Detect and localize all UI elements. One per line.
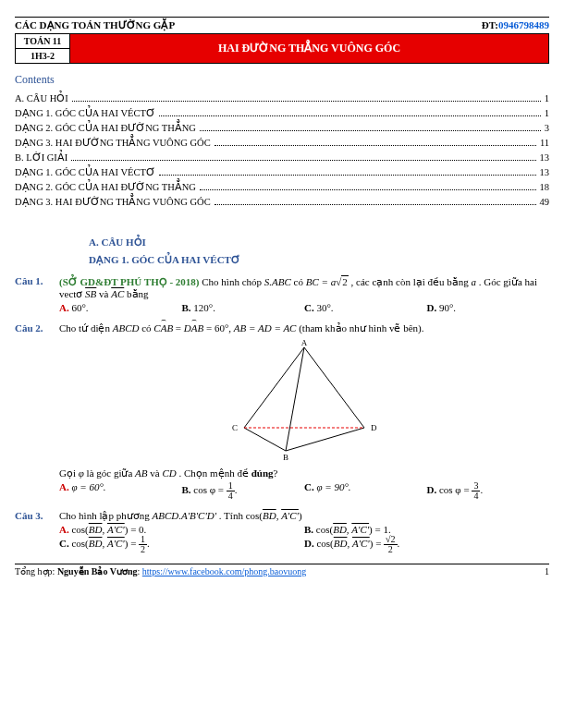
toc-row: DẠNG 2. GÓC CỦA HAI ĐƯỜNG THẲNG3 <box>15 120 549 135</box>
toc-row: DẠNG 3. HAI ĐƯỜNG THẲNG VUÔNG GÓC49 <box>15 194 549 209</box>
toc-row: DẠNG 3. HAI ĐƯỜNG THẲNG VUÔNG GÓC11 <box>15 135 549 150</box>
toc-row: DẠNG 1. GÓC CỦA HAI VÉCTƠ13 <box>15 164 549 179</box>
option-a: A. 60°. <box>59 302 182 313</box>
header-left: CÁC DẠNG TOÁN THƯỜNG GẶP <box>15 19 175 31</box>
svg-line-4 <box>286 428 364 451</box>
band-code: 1H3-2 <box>16 49 69 63</box>
toc: A. CÂU HỎI1DẠNG 1. GÓC CỦA HAI VÉCTƠ1DẠN… <box>15 91 549 209</box>
question-1: Câu 1. (SỞ GD&ĐT PHÚ THỌ - 2018) Cho hìn… <box>15 275 549 313</box>
question-number: Câu 2. <box>15 322 59 501</box>
question-number: Câu 1. <box>15 275 59 313</box>
toc-row: B. LỜI GIẢI13 <box>15 150 549 164</box>
question-3-options: A. cos(BD, A'C') = 0. B. cos(BD, A'C') =… <box>59 524 549 554</box>
question-2: Câu 2. Cho tứ diện ABCD có CAB = DAB = 6… <box>15 322 549 501</box>
section-a: A. CÂU HỎI <box>89 237 549 249</box>
option-b: B. cos(BD, A'C') = 1. <box>304 524 549 535</box>
question-1-options: A. 60°. B. 120°. C. 30°. D. 90°. <box>59 302 549 313</box>
option-c: C. φ = 90°. <box>304 481 427 501</box>
footer-link[interactable]: https://www.facebook.com/phong.baovuong <box>142 566 306 576</box>
band-subject: TOÁN 11 <box>16 34 69 49</box>
option-a: A. φ = 60°. <box>59 481 182 501</box>
title-band: TOÁN 11 1H3-2 HAI ĐƯỜNG THẲNG VUÔNG GÓC <box>15 33 549 64</box>
svg-text:C: C <box>232 423 238 432</box>
question-number: Câu 3. <box>15 510 59 554</box>
band-title: HAI ĐƯỜNG THẲNG VUÔNG GÓC <box>70 36 548 61</box>
option-c: C. 30°. <box>304 302 427 313</box>
toc-row: A. CÂU HỎI1 <box>15 91 549 105</box>
option-b: B. 120°. <box>182 302 305 313</box>
contents-heading: Contents <box>15 73 549 87</box>
tetrahedron-figure: A C D B <box>59 340 549 462</box>
question-3: Câu 3. Cho hình lập phương ABCD.A'B'C'D'… <box>15 510 549 554</box>
svg-line-3 <box>244 428 286 451</box>
svg-line-1 <box>304 347 364 428</box>
option-d: D. cos φ = 34. <box>427 481 550 501</box>
svg-text:B: B <box>283 453 288 460</box>
option-a: A. cos(BD, A'C') = 0. <box>59 524 304 535</box>
toc-row: DẠNG 2. GÓC CỦA HAI ĐƯỜNG THẲNG18 <box>15 179 549 194</box>
option-c: C. cos(BD, A'C') = 12. <box>59 535 304 554</box>
svg-line-2 <box>286 347 304 451</box>
toc-row: DẠNG 1. GÓC CỦA HAI VÉCTƠ1 <box>15 105 549 120</box>
footer: Tổng hợp: Nguyễn Bảo Vương: https://www.… <box>15 564 549 576</box>
section-d1: DẠNG 1. GÓC CỦA HAI VÉCTƠ <box>89 254 549 266</box>
header-phone: ĐT:0946798489 <box>482 19 549 31</box>
svg-text:A: A <box>301 340 308 347</box>
svg-line-0 <box>244 347 304 428</box>
option-b: B. cos φ = 14. <box>182 481 305 501</box>
page-number: 1 <box>545 566 549 576</box>
svg-text:D: D <box>371 423 377 432</box>
question-2-options: A. φ = 60°. B. cos φ = 14. C. φ = 90°. D… <box>59 481 549 501</box>
question-source: (SỞ GD&ĐT PHÚ THỌ - 2018) <box>59 276 200 287</box>
option-d: D. 90°. <box>427 302 550 313</box>
header: CÁC DẠNG TOÁN THƯỜNG GẶP ĐT:0946798489 <box>15 19 549 31</box>
option-d: D. cos(BD, A'C') = √22. <box>304 535 549 554</box>
